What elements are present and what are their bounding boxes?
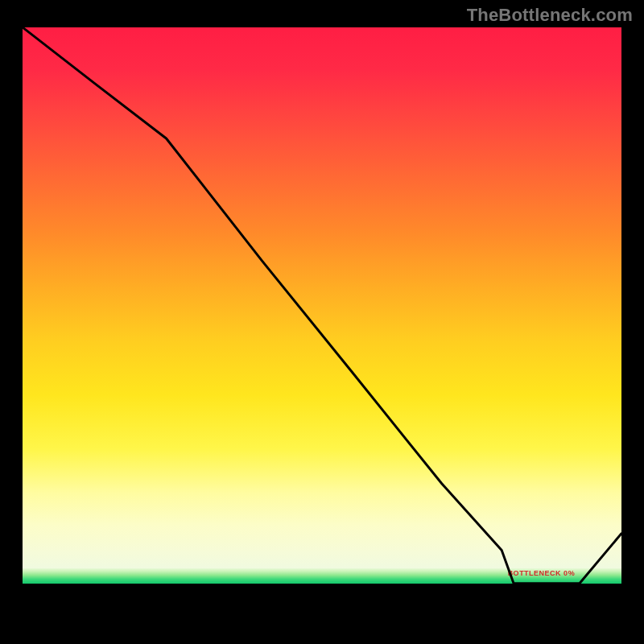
watermark-text: TheBottleneck.com: [467, 5, 633, 26]
plot-area: BOTTLENECK 0%: [23, 27, 621, 621]
chart-frame: TheBottleneck.com BOTTLENECK 0%: [0, 0, 644, 644]
bottleneck-curve: [23, 27, 621, 621]
